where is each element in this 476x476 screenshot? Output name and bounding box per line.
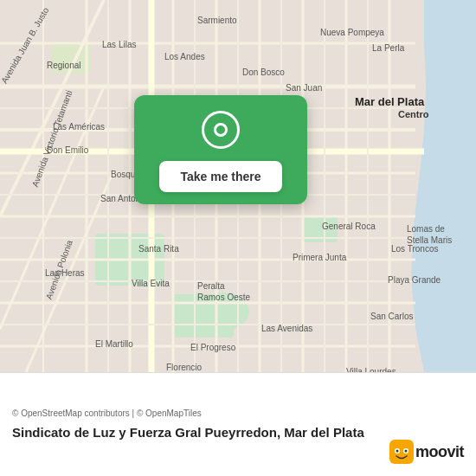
moovit-logo: moovit <box>389 440 464 464</box>
location-pin-circle <box>202 111 240 149</box>
location-title: Sindicato de Luz y Fuerza Gral Pueyrredo… <box>12 423 464 441</box>
svg-point-44 <box>404 450 407 453</box>
take-me-there-button[interactable]: Take me there <box>159 161 281 192</box>
svg-point-43 <box>396 450 398 453</box>
svg-rect-40 <box>389 440 414 464</box>
map-card: Take me there <box>134 95 307 204</box>
location-pin-dot <box>214 123 228 137</box>
moovit-text: moovit <box>415 443 464 461</box>
map-container: Sarmiento Las Lilas Los Andes Nueva Pomp… <box>0 0 476 372</box>
bottom-panel: © OpenStreetMap contributors | © OpenMap… <box>0 372 476 476</box>
moovit-icon <box>389 440 414 464</box>
attribution-text: © OpenStreetMap contributors | © OpenMap… <box>12 408 464 418</box>
